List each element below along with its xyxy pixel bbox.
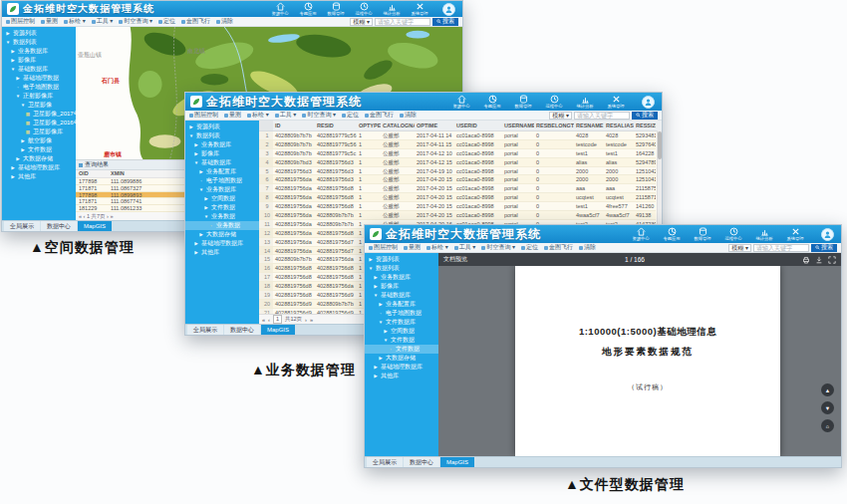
map-tool-button[interactable]: 金图飞行: [365, 111, 394, 120]
tree-item[interactable]: ▶ 影像库: [365, 282, 438, 291]
tree-item[interactable]: ▼ 卫星影像: [2, 101, 76, 110]
tree-item[interactable]: ▶ 大数据存储: [365, 354, 438, 363]
tree-expand-icon[interactable]: ▼: [5, 40, 11, 45]
search-button[interactable]: 搜索: [632, 112, 658, 120]
tree-item[interactable]: ▶ 其他库: [185, 248, 259, 257]
table-row[interactable]: 104028819756da4028809b7b7b1公服部2017-04-20…: [259, 211, 656, 220]
tree-item[interactable]: ▼ 数据列表: [365, 264, 438, 273]
tree-item[interactable]: ▶ 其他库: [2, 172, 76, 181]
tree-item[interactable]: ▶ 资源列表: [2, 29, 76, 38]
grid-column-header[interactable]: ID: [273, 121, 315, 130]
tree-expand-icon[interactable]: ▶: [198, 169, 204, 174]
tree-item[interactable]: ▦ 卫星影像库: [2, 127, 76, 136]
tree-expand-icon[interactable]: ▶: [10, 165, 16, 170]
search-mode-select[interactable]: 模糊 ▾: [728, 244, 751, 252]
tree-expand-icon[interactable]: ▼: [368, 266, 374, 271]
tree-item[interactable]: ▼ 业务数据: [185, 212, 259, 221]
grid-column-header[interactable]: [259, 121, 273, 130]
tab-global-view[interactable]: 全局展示: [4, 221, 40, 231]
tree-item[interactable]: ▼ 基础数据库: [365, 291, 438, 300]
search-mode-select[interactable]: 模糊 ▾: [350, 18, 373, 26]
tree-expand-icon[interactable]: ▶: [10, 49, 16, 54]
tree-item[interactable]: ▼ 业务数据库: [185, 185, 259, 194]
tree-expand-icon[interactable]: ▼: [193, 160, 199, 165]
tree-expand-icon[interactable]: ▶: [193, 241, 199, 246]
tree-item[interactable]: ◦ 电子地图数据: [185, 176, 259, 185]
tree-item[interactable]: ▶ 资源列表: [365, 255, 438, 264]
grid-column-header[interactable]: OPTIME: [415, 121, 454, 130]
map-tool-button[interactable]: 定位: [158, 17, 175, 26]
map-tool-button[interactable]: 工具 ▾: [92, 17, 114, 26]
tree-item[interactable]: ▶ 文件数据: [185, 203, 259, 212]
tree-item[interactable]: ▦ 卫星影像_2017年: [2, 110, 76, 119]
tree-item[interactable]: ▶ 资源列表: [185, 123, 259, 131]
fullscreen-icon[interactable]: [828, 256, 836, 264]
tree-expand-icon[interactable]: ▼: [373, 293, 379, 298]
map-tool-button[interactable]: 工具 ▾: [275, 111, 297, 120]
tree-expand-icon[interactable]: ◦: [15, 85, 21, 90]
map-tool-button[interactable]: 清除: [400, 111, 417, 120]
document-page-area[interactable]: 1:10000(1:5000)基础地理信息 地形要素数据规范 （试行稿） ▲▼⌂: [438, 266, 841, 456]
nav-resource-center[interactable]: 资源中心: [631, 227, 651, 241]
tab-data-center[interactable]: 数据中心: [404, 457, 439, 467]
tree-expand-icon[interactable]: ◦: [198, 178, 204, 183]
tree-item[interactable]: ▶ 业务数据库: [185, 140, 259, 149]
map-tool-button[interactable]: 量测: [41, 17, 58, 26]
page-first-button[interactable]: «: [262, 317, 265, 323]
nav-thematic-apps[interactable]: 专题应用: [482, 95, 502, 109]
grid-column-header[interactable]: RESBELONGTY: [534, 121, 574, 130]
table-row[interactable]: 84028819756da4028819756d81公服部2017-04-20 …: [259, 193, 656, 202]
map-tool-button[interactable]: 金图飞行: [544, 243, 573, 252]
search-input[interactable]: [375, 18, 430, 26]
tree-expand-icon[interactable]: ▶: [20, 147, 26, 152]
map-tool-button[interactable]: 清除: [579, 243, 596, 252]
tree-item[interactable]: ◦ 电子地图数据: [365, 309, 438, 318]
nav-thematic-apps[interactable]: 专题应用: [298, 2, 318, 16]
search-input[interactable]: [753, 244, 809, 252]
nav-system-settings[interactable]: 系统管理: [785, 227, 805, 241]
user-avatar[interactable]: [821, 228, 834, 241]
tab-data-center[interactable]: 数据中心: [41, 221, 77, 231]
tree-expand-icon[interactable]: ▶: [198, 232, 204, 237]
nav-statistics[interactable]: 统计分析: [382, 2, 402, 16]
tree-expand-icon[interactable]: ▶: [383, 329, 389, 334]
tree-expand-icon[interactable]: ▶: [10, 174, 16, 179]
page-number-input[interactable]: 1: [273, 315, 282, 324]
nav-resource-center[interactable]: 资源中心: [451, 95, 471, 109]
map-tool-button[interactable]: 定位: [521, 243, 538, 252]
nav-data-management[interactable]: 数据管理: [693, 227, 712, 241]
user-avatar[interactable]: [642, 96, 655, 109]
tree-expand-icon[interactable]: ▶: [193, 142, 199, 147]
table-row[interactable]: 54028819756d34028819756d31公服部2017-04-19 …: [259, 167, 656, 176]
tree-item[interactable]: ▼ 数据列表: [185, 131, 259, 140]
tree-expand-icon[interactable]: ▶: [188, 125, 194, 129]
tree-item[interactable]: ▶ 文件数据: [2, 145, 76, 154]
map-tool-button[interactable]: 标绘 ▾: [64, 17, 86, 26]
tree-item[interactable]: ▶ 业务配置库: [185, 167, 259, 176]
tree-expand-icon[interactable]: ▼: [198, 187, 204, 192]
grid-column-header[interactable]: RESID: [315, 121, 357, 130]
user-avatar[interactable]: [442, 3, 455, 16]
floating-control-button[interactable]: ▼: [821, 401, 834, 414]
grid-column-header[interactable]: RESSIZE: [634, 121, 656, 130]
tree-expand-icon[interactable]: ▼: [20, 103, 26, 108]
map-tool-button[interactable]: 清除: [216, 17, 233, 26]
map-tool-button[interactable]: 量测: [404, 243, 421, 252]
tree-item[interactable]: ▶ 基础地理数据库: [365, 363, 438, 372]
grid-column-header[interactable]: USERID: [454, 121, 502, 130]
tab-global-view[interactable]: 全局展示: [367, 457, 403, 467]
tree-expand-icon[interactable]: ▶: [378, 302, 384, 307]
tab-mapgis[interactable]: MapGIS: [78, 221, 112, 231]
map-tool-button[interactable]: 图层控制: [189, 111, 218, 120]
search-input[interactable]: [574, 112, 630, 120]
map-tool-button[interactable]: 工具 ▾: [454, 243, 476, 252]
tab-mapgis[interactable]: MapGIS: [440, 457, 474, 467]
tree-expand-icon[interactable]: ▼: [203, 214, 209, 219]
tree-expand-icon[interactable]: ▶: [203, 205, 209, 210]
grid-column-header[interactable]: OPTYPE: [357, 121, 381, 130]
tree-item[interactable]: ▶ 影像库: [185, 149, 259, 158]
map-tool-button[interactable]: 金图飞行: [181, 17, 210, 26]
tree-expand-icon[interactable]: ▶: [193, 250, 199, 255]
tab-mapgis[interactable]: MapGIS: [261, 325, 295, 335]
table-row[interactable]: 34028809b7b7b4028819779c5c1公服部2017-04-12…: [259, 149, 656, 158]
